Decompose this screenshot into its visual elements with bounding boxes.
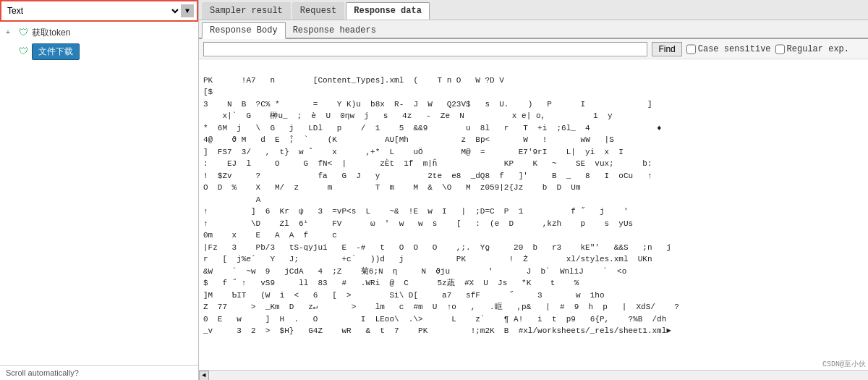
- download-button[interactable]: 文件下载: [32, 43, 80, 60]
- tree-label-get-token: 获取token: [32, 27, 70, 39]
- regular-exp-checkbox[interactable]: [775, 42, 785, 56]
- tab-response-data[interactable]: Response data: [346, 2, 430, 20]
- case-sensitive-checkbox[interactable]: [686, 42, 696, 56]
- right-wrapper: Sampler result Request Response data Res…: [199, 0, 868, 380]
- response-content-text: PK !A7 n [Content_Types].xml ( T n O W ?…: [203, 76, 868, 336]
- left-bottom-text: Scroll automatically?: [0, 365, 198, 380]
- tabs-row1: Sampler result Request Response data: [199, 0, 868, 20]
- scroll-track[interactable]: [209, 371, 868, 381]
- tabs-row2: Response Body Response headers: [199, 20, 868, 39]
- shield-icon-green-2: 🛡: [17, 46, 29, 58]
- regular-exp-label[interactable]: Regular exp.: [775, 42, 849, 56]
- text-dropdown-header[interactable]: Text ▼: [0, 0, 198, 22]
- dropdown-arrow-icon[interactable]: ▼: [181, 4, 194, 17]
- expand-icon: +: [6, 29, 14, 37]
- find-button[interactable]: Find: [652, 42, 681, 56]
- shield-icon-green: 🛡: [17, 28, 29, 39]
- tree-item-get-token[interactable]: + 🛡 获取token: [0, 25, 198, 41]
- left-tree: + 🛡 获取token 🛡 文件下载: [0, 22, 198, 365]
- left-panel: Text ▼ + 🛡 获取token 🛡 文件下载 Scroll automat…: [0, 0, 199, 380]
- text-dropdown-select[interactable]: Text: [4, 5, 181, 17]
- bottom-scrollbar[interactable]: ◄: [199, 370, 868, 380]
- right-panel: Sampler result Request Response data Res…: [199, 0, 868, 380]
- tree-item-download[interactable]: 🛡 文件下载: [0, 41, 198, 62]
- response-content-area[interactable]: PK !A7 n [Content_Types].xml ( T n O W ?…: [199, 59, 868, 370]
- tab-response-headers[interactable]: Response headers: [286, 23, 383, 39]
- scroll-left-btn[interactable]: ◄: [199, 371, 209, 381]
- search-input[interactable]: [203, 42, 647, 56]
- tab-request[interactable]: Request: [292, 2, 344, 20]
- tab-response-body[interactable]: Response Body: [202, 22, 286, 39]
- search-bar: Find Case sensitive Regular exp.: [199, 39, 868, 59]
- case-sensitive-label[interactable]: Case sensitive: [686, 42, 771, 56]
- tab-sampler-result[interactable]: Sampler result: [202, 2, 291, 20]
